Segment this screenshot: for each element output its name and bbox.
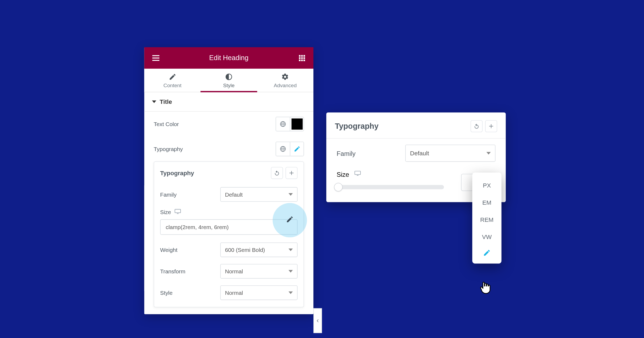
chevron-left-icon: ‹ bbox=[317, 317, 319, 325]
dropdown-icon bbox=[486, 152, 491, 155]
svg-rect-4 bbox=[301, 55, 303, 57]
svg-rect-2 bbox=[152, 60, 159, 61]
popup-size-label: Size bbox=[336, 171, 349, 178]
size-label: Size bbox=[160, 209, 171, 215]
style-select[interactable]: Normal bbox=[220, 285, 298, 300]
popup-family-select[interactable]: Default bbox=[405, 145, 495, 162]
dropdown-icon bbox=[288, 270, 293, 273]
size-slider[interactable] bbox=[336, 185, 444, 189]
unit-rem[interactable]: REM bbox=[472, 211, 502, 228]
svg-rect-8 bbox=[303, 57, 305, 59]
style-value: Normal bbox=[225, 289, 243, 296]
grid-icon[interactable] bbox=[297, 53, 306, 63]
weight-value: 600 (Semi Bold) bbox=[225, 247, 265, 253]
caret-down-icon bbox=[152, 100, 156, 103]
transform-select[interactable]: Normal bbox=[220, 264, 298, 278]
edit-typography-button[interactable] bbox=[290, 142, 303, 156]
tab-content[interactable]: Content bbox=[144, 69, 201, 92]
collapse-tab[interactable]: ‹ bbox=[313, 308, 322, 333]
unit-dropdown: PX EM REM VW bbox=[472, 172, 502, 263]
weight-select[interactable]: 600 (Semi Bold) bbox=[220, 243, 298, 257]
svg-rect-7 bbox=[301, 57, 303, 59]
unit-px[interactable]: PX bbox=[472, 177, 502, 194]
transform-label: Transform bbox=[160, 268, 185, 274]
panel-header: Edit Heading bbox=[144, 47, 313, 69]
section-title-toggle[interactable]: Title bbox=[144, 92, 313, 112]
global-typography-button[interactable] bbox=[276, 142, 290, 156]
dropdown-icon bbox=[288, 248, 293, 251]
svg-rect-23 bbox=[489, 126, 493, 126]
svg-rect-1 bbox=[152, 58, 159, 59]
panel-title: Edit Heading bbox=[160, 54, 297, 62]
color-swatch-button[interactable] bbox=[290, 117, 303, 131]
text-color-label: Text Color bbox=[154, 121, 179, 127]
tab-advanced[interactable]: Advanced bbox=[257, 69, 313, 92]
tab-advanced-label: Advanced bbox=[274, 82, 297, 88]
svg-rect-24 bbox=[355, 171, 360, 175]
svg-rect-19 bbox=[290, 173, 294, 173]
popup-family-label: Family bbox=[336, 150, 356, 157]
svg-rect-10 bbox=[301, 60, 303, 61]
unit-custom[interactable] bbox=[483, 245, 491, 258]
row-typography: Typography bbox=[144, 137, 313, 161]
family-value: Default bbox=[225, 191, 243, 198]
editor-panel: Edit Heading Content Style Advanced Titl… bbox=[144, 47, 313, 314]
add-button[interactable] bbox=[286, 167, 298, 179]
style-label: Style bbox=[160, 289, 173, 296]
family-label: Family bbox=[160, 191, 177, 198]
global-color-button[interactable] bbox=[276, 117, 290, 131]
popup-family-value: Default bbox=[410, 150, 429, 157]
cursor-icon bbox=[479, 281, 491, 293]
family-select[interactable]: Default bbox=[220, 187, 298, 202]
popup-title: Typography bbox=[335, 122, 379, 131]
svg-rect-3 bbox=[299, 55, 301, 57]
unit-vw[interactable]: VW bbox=[472, 228, 502, 245]
dropdown-icon bbox=[288, 193, 293, 196]
transform-value: Normal bbox=[225, 268, 243, 274]
tab-style[interactable]: Style bbox=[201, 69, 257, 92]
svg-rect-6 bbox=[299, 57, 301, 59]
tab-content-label: Content bbox=[163, 82, 181, 88]
dropdown-icon bbox=[288, 291, 293, 294]
svg-rect-9 bbox=[299, 60, 301, 61]
section-title-label: Title bbox=[160, 98, 172, 105]
size-input[interactable]: clamp(2rem, 4rem, 6rem) bbox=[160, 219, 298, 235]
slider-thumb[interactable] bbox=[334, 183, 343, 192]
svg-rect-20 bbox=[175, 209, 181, 213]
desktop-icon[interactable] bbox=[174, 209, 181, 216]
svg-rect-5 bbox=[303, 55, 305, 57]
menu-icon[interactable] bbox=[151, 53, 160, 63]
row-text-color: Text Color bbox=[144, 112, 313, 137]
svg-rect-25 bbox=[357, 175, 358, 176]
svg-rect-11 bbox=[303, 60, 305, 61]
desktop-icon[interactable] bbox=[354, 170, 361, 178]
weight-label: Weight bbox=[160, 247, 177, 253]
reset-button[interactable] bbox=[271, 167, 283, 179]
typography-label: Typography bbox=[154, 146, 183, 152]
unit-em[interactable]: EM bbox=[472, 194, 502, 211]
popup-reset-button[interactable] bbox=[471, 120, 483, 132]
typography-card: Typography Family Default S bbox=[154, 161, 304, 307]
size-value: clamp(2rem, 4rem, 6rem) bbox=[166, 224, 229, 230]
color-swatch bbox=[291, 119, 303, 130]
svg-rect-0 bbox=[152, 55, 159, 56]
popup-add-button[interactable] bbox=[485, 120, 497, 132]
typography-card-title: Typography bbox=[160, 170, 194, 177]
tab-style-label: Style bbox=[223, 82, 235, 88]
svg-rect-21 bbox=[177, 213, 179, 214]
tab-bar: Content Style Advanced bbox=[144, 69, 313, 92]
